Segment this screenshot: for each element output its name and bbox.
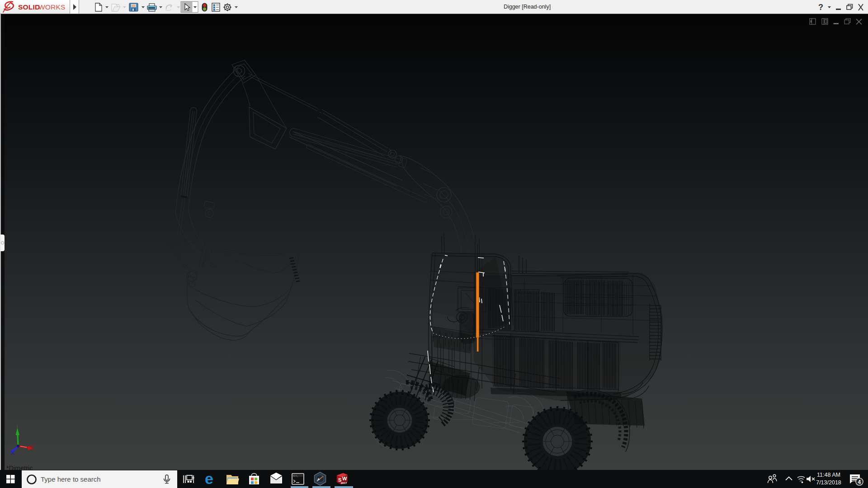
svg-text:4: 4 (858, 479, 861, 485)
svg-text:e: e (205, 470, 213, 487)
svg-text:SOLID: SOLID (18, 3, 40, 11)
svg-text:WORKS: WORKS (38, 3, 66, 11)
svg-text:2017: 2017 (341, 482, 347, 484)
svg-text:C:\_: C:\_ (293, 475, 298, 477)
svg-text:W: W (342, 476, 347, 481)
svg-text:?: ? (818, 3, 823, 12)
